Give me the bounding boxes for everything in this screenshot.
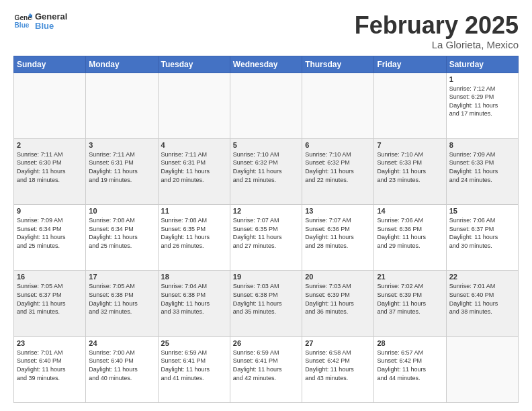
day-info: Sunrise: 7:07 AM Sunset: 6:35 PM Dayligh…: [233, 216, 299, 250]
table-row: 6Sunrise: 7:10 AM Sunset: 6:32 PM Daylig…: [302, 138, 374, 204]
table-row: 23Sunrise: 7:01 AM Sunset: 6:40 PM Dayli…: [14, 336, 86, 402]
location: La Glorieta, Mexico: [355, 39, 519, 50]
day-info: Sunrise: 7:03 AM Sunset: 6:38 PM Dayligh…: [233, 282, 299, 316]
day-number: 17: [89, 273, 154, 281]
col-friday: Friday: [374, 56, 446, 73]
day-number: 23: [17, 339, 83, 347]
day-info: Sunrise: 6:58 AM Sunset: 6:42 PM Dayligh…: [305, 349, 371, 382]
table-row: 3Sunrise: 7:11 AM Sunset: 6:31 PM Daylig…: [86, 138, 158, 204]
table-row: 26Sunrise: 6:59 AM Sunset: 6:41 PM Dayli…: [230, 336, 302, 402]
day-info: Sunrise: 7:10 AM Sunset: 6:32 PM Dayligh…: [305, 150, 371, 184]
table-row: 27Sunrise: 6:58 AM Sunset: 6:42 PM Dayli…: [302, 336, 374, 402]
day-info: Sunrise: 7:00 AM Sunset: 6:40 PM Dayligh…: [89, 349, 154, 382]
day-number: 11: [161, 207, 227, 215]
table-row: 21Sunrise: 7:02 AM Sunset: 6:39 PM Dayli…: [374, 271, 446, 336]
day-info: Sunrise: 6:59 AM Sunset: 6:41 PM Dayligh…: [161, 349, 227, 382]
day-number: 26: [233, 339, 299, 347]
table-row: [14, 73, 86, 138]
day-number: 2: [17, 141, 83, 149]
table-row: 25Sunrise: 6:59 AM Sunset: 6:41 PM Dayli…: [158, 336, 230, 402]
day-info: Sunrise: 7:09 AM Sunset: 6:33 PM Dayligh…: [449, 150, 515, 184]
day-number: 24: [89, 339, 154, 347]
day-number: 4: [161, 141, 227, 149]
page: General Blue General Blue February 2025 …: [0, 0, 532, 411]
table-row: [86, 73, 158, 138]
table-row: 14Sunrise: 7:06 AM Sunset: 6:36 PM Dayli…: [374, 205, 446, 271]
day-number: 14: [377, 207, 443, 215]
day-number: 27: [305, 339, 371, 347]
table-row: 28Sunrise: 6:57 AM Sunset: 6:42 PM Dayli…: [374, 336, 446, 402]
day-info: Sunrise: 7:01 AM Sunset: 6:40 PM Dayligh…: [449, 282, 515, 316]
day-number: 15: [449, 207, 515, 215]
day-number: 7: [377, 141, 443, 149]
day-number: 3: [89, 141, 154, 149]
day-number: 13: [305, 207, 371, 215]
col-thursday: Thursday: [302, 56, 374, 73]
day-number: 18: [161, 273, 227, 281]
col-tuesday: Tuesday: [158, 56, 230, 73]
day-number: 6: [305, 141, 371, 149]
col-wednesday: Wednesday: [230, 56, 302, 73]
day-info: Sunrise: 7:06 AM Sunset: 6:36 PM Dayligh…: [377, 216, 443, 250]
header: General Blue General Blue February 2025 …: [13, 12, 519, 50]
table-row: [446, 336, 518, 402]
day-info: Sunrise: 6:57 AM Sunset: 6:42 PM Dayligh…: [377, 349, 443, 382]
table-row: [374, 73, 446, 138]
table-row: 2Sunrise: 7:11 AM Sunset: 6:30 PM Daylig…: [14, 138, 86, 204]
day-info: Sunrise: 7:04 AM Sunset: 6:38 PM Dayligh…: [161, 282, 227, 316]
table-row: 19Sunrise: 7:03 AM Sunset: 6:38 PM Dayli…: [230, 271, 302, 336]
table-row: 7Sunrise: 7:10 AM Sunset: 6:33 PM Daylig…: [374, 138, 446, 204]
calendar-table: Sunday Monday Tuesday Wednesday Thursday…: [13, 56, 519, 403]
day-info: Sunrise: 6:59 AM Sunset: 6:41 PM Dayligh…: [233, 349, 299, 382]
table-row: [230, 73, 302, 138]
logo-icon: General Blue: [13, 12, 32, 31]
table-row: 4Sunrise: 7:11 AM Sunset: 6:31 PM Daylig…: [158, 138, 230, 204]
table-row: 20Sunrise: 7:03 AM Sunset: 6:39 PM Dayli…: [302, 271, 374, 336]
table-row: 18Sunrise: 7:04 AM Sunset: 6:38 PM Dayli…: [158, 271, 230, 336]
table-row: 5Sunrise: 7:10 AM Sunset: 6:32 PM Daylig…: [230, 138, 302, 204]
month-title: February 2025: [355, 12, 519, 39]
logo-line2: Blue: [35, 21, 67, 31]
day-number: 10: [89, 207, 154, 215]
logo-line1: General: [35, 12, 67, 21]
day-number: 21: [377, 273, 443, 281]
table-row: 9Sunrise: 7:09 AM Sunset: 6:34 PM Daylig…: [14, 205, 86, 271]
day-info: Sunrise: 7:05 AM Sunset: 6:38 PM Dayligh…: [89, 282, 154, 316]
day-number: 1: [449, 75, 515, 83]
day-number: 16: [17, 273, 83, 281]
title-block: February 2025 La Glorieta, Mexico: [355, 12, 519, 50]
col-monday: Monday: [86, 56, 158, 73]
table-row: 8Sunrise: 7:09 AM Sunset: 6:33 PM Daylig…: [446, 138, 518, 204]
logo: General Blue General Blue: [13, 12, 67, 32]
day-info: Sunrise: 7:09 AM Sunset: 6:34 PM Dayligh…: [17, 216, 83, 250]
day-number: 5: [233, 141, 299, 149]
table-row: 24Sunrise: 7:00 AM Sunset: 6:40 PM Dayli…: [86, 336, 158, 402]
day-info: Sunrise: 7:08 AM Sunset: 6:35 PM Dayligh…: [161, 216, 227, 250]
day-number: 25: [161, 339, 227, 347]
day-number: 12: [233, 207, 299, 215]
table-row: [158, 73, 230, 138]
day-number: 8: [449, 141, 515, 149]
table-row: 12Sunrise: 7:07 AM Sunset: 6:35 PM Dayli…: [230, 205, 302, 271]
table-row: 16Sunrise: 7:05 AM Sunset: 6:37 PM Dayli…: [14, 271, 86, 336]
day-info: Sunrise: 7:07 AM Sunset: 6:36 PM Dayligh…: [305, 216, 371, 250]
table-row: 10Sunrise: 7:08 AM Sunset: 6:34 PM Dayli…: [86, 205, 158, 271]
day-number: 9: [17, 207, 83, 215]
svg-text:Blue: Blue: [15, 22, 30, 30]
day-number: 19: [233, 273, 299, 281]
day-info: Sunrise: 7:08 AM Sunset: 6:34 PM Dayligh…: [89, 216, 154, 250]
day-info: Sunrise: 7:12 AM Sunset: 6:29 PM Dayligh…: [449, 85, 515, 118]
table-row: 15Sunrise: 7:06 AM Sunset: 6:37 PM Dayli…: [446, 205, 518, 271]
day-info: Sunrise: 7:11 AM Sunset: 6:31 PM Dayligh…: [89, 150, 154, 184]
day-number: 22: [449, 273, 515, 281]
day-info: Sunrise: 7:01 AM Sunset: 6:40 PM Dayligh…: [17, 349, 83, 382]
day-info: Sunrise: 7:11 AM Sunset: 6:31 PM Dayligh…: [161, 150, 227, 184]
table-row: 13Sunrise: 7:07 AM Sunset: 6:36 PM Dayli…: [302, 205, 374, 271]
day-number: 28: [377, 339, 443, 347]
day-info: Sunrise: 7:05 AM Sunset: 6:37 PM Dayligh…: [17, 282, 83, 316]
calendar-header-row: Sunday Monday Tuesday Wednesday Thursday…: [14, 56, 519, 73]
col-saturday: Saturday: [446, 56, 518, 73]
day-number: 20: [305, 273, 371, 281]
day-info: Sunrise: 7:10 AM Sunset: 6:33 PM Dayligh…: [377, 150, 443, 184]
table-row: [302, 73, 374, 138]
